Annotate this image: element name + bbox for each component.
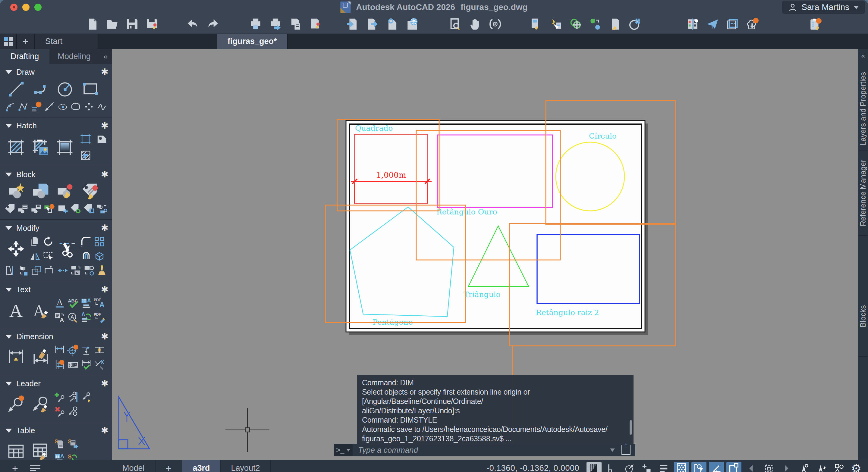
add-leader-icon[interactable] [53,390,66,404]
count-block-icon[interactable] [56,202,69,216]
revision-cloud-icon[interactable] [69,99,83,114]
dimension-icon[interactable] [4,347,28,368]
tab-model[interactable]: Model [112,460,156,472]
island-hatch-icon[interactable] [79,148,92,163]
pdf-import-text-icon[interactable]: PDFA [93,296,106,310]
object-snap-icon[interactable] [691,462,707,472]
collect-leaders-icon[interactable] [66,404,80,419]
edit-table-icon[interactable] [28,441,53,460]
baseline-dim-icon[interactable] [53,357,66,372]
gear-icon[interactable]: ✱ [101,224,108,233]
edit-dimension-icon[interactable] [28,347,53,368]
cycle-left-icon[interactable] [744,462,759,472]
gear-icon[interactable]: ✱ [101,332,108,341]
minimize-button[interactable] [22,4,30,11]
text-justify-icon[interactable]: A [53,310,66,325]
attach-icon[interactable] [386,18,399,31]
edit-text-icon[interactable]: A [28,300,53,321]
check-dim-icon[interactable] [80,357,93,372]
explode-icon[interactable] [93,249,106,263]
offset-icon[interactable] [80,249,93,263]
block-replace-icon[interactable] [96,202,109,216]
pan-hand-icon[interactable] [469,18,482,31]
scale-icon[interactable] [30,263,43,278]
tab-figuras-geo[interactable]: figuras_geo* [217,34,288,49]
spline-icon[interactable] [96,99,109,114]
mtext-icon[interactable]: A [4,300,28,321]
cycle-right-icon[interactable] [779,462,794,472]
collapse-arrow-icon[interactable] [5,70,12,74]
layer-walk-icon[interactable] [569,18,582,31]
save-icon[interactable] [126,18,139,31]
tab-blocks[interactable]: Blocks [859,236,867,357]
center-mark-icon[interactable] [66,343,80,357]
cell-style-icon[interactable]: A [53,451,66,460]
collapse-arrow-icon[interactable] [5,173,12,176]
gear-icon[interactable]: ✱ [101,170,108,179]
tab-modeling[interactable]: Modeling [50,49,99,64]
close-button[interactable] [10,4,18,11]
quick-select-icon[interactable] [549,18,562,31]
tab-a3rd[interactable]: a3rd [182,460,221,472]
command-history-panel[interactable]: Command: DIM Select objects or specify f… [357,375,633,444]
collapse-arrow-icon[interactable] [5,429,12,433]
collapse-arrow-icon[interactable] [5,124,12,128]
fillet-icon[interactable] [80,234,93,249]
snap-icon[interactable] [639,462,654,472]
block-editor-icon[interactable] [53,181,78,202]
ortho-icon[interactable] [604,462,619,472]
redo-icon[interactable] [206,18,219,31]
pdf-text-settings-icon[interactable]: PDF [93,310,106,325]
arc-3point-icon[interactable] [4,99,17,114]
polyline-icon[interactable] [17,99,30,114]
tab-drafting[interactable]: Drafting [0,49,50,64]
single-line-text-icon[interactable]: A [53,296,66,310]
collapse-arrow-icon[interactable] [5,335,12,339]
purge-icon[interactable] [96,263,109,278]
tolerance-icon[interactable]: .1 [66,357,80,372]
save-web-icon[interactable] [406,18,419,31]
recent-commands-icon[interactable] [610,448,615,452]
oblique-dim-icon[interactable] [93,343,106,357]
data-link-icon[interactable]: S [53,437,66,451]
tab-start[interactable]: Start [35,34,98,49]
hatch-icon[interactable] [4,137,28,158]
import-icon[interactable] [346,18,359,31]
hatch-image-icon[interactable] [28,137,53,158]
boundary-icon[interactable] [79,132,92,146]
export-icon[interactable] [366,18,379,31]
cloud-storage-icon[interactable] [746,18,759,31]
tab-layers-properties[interactable]: Layers and Properties [859,63,867,150]
jogged-dim-icon[interactable] [80,343,93,357]
publish-icon[interactable] [621,445,630,455]
annotation-scale-icon[interactable] [796,462,811,472]
orbit-icon[interactable] [489,18,502,31]
scrollbar-thumb[interactable] [629,420,632,435]
drawing-canvas[interactable]: 1,000m Quadrado Retângulo Ouro Círculo [112,49,858,460]
insert-block-icon[interactable] [4,181,28,202]
add-panel-button[interactable]: + [12,462,18,472]
attr-manager-icon[interactable] [82,202,96,216]
attr-sync-icon[interactable] [69,202,83,216]
move-icon[interactable] [4,238,28,259]
selection-cycling-icon[interactable] [761,462,776,472]
share-icon[interactable] [706,18,719,31]
workspace-shapes-icon[interactable] [831,462,846,472]
line-icon[interactable] [4,78,28,99]
align-leaders-icon[interactable] [66,390,80,404]
menu-icon[interactable] [30,465,40,471]
copy-icon[interactable] [28,234,41,249]
ucs-world-icon[interactable] [628,18,642,31]
region-icon[interactable] [95,132,108,146]
collapse-arrow-icon[interactable] [5,382,12,385]
remove-leader-icon[interactable] [53,404,66,419]
scale-3d-icon[interactable] [17,263,30,278]
create-block-icon[interactable] [28,181,53,202]
array-icon[interactable] [93,234,106,249]
data-link-update-icon[interactable]: S [66,451,80,460]
grid-icon[interactable] [674,462,689,472]
table-icon[interactable] [4,441,28,460]
drafting-paper-icon[interactable] [587,462,601,472]
lengthen-icon[interactable] [43,263,56,278]
action-recorder-icon[interactable] [809,18,822,31]
